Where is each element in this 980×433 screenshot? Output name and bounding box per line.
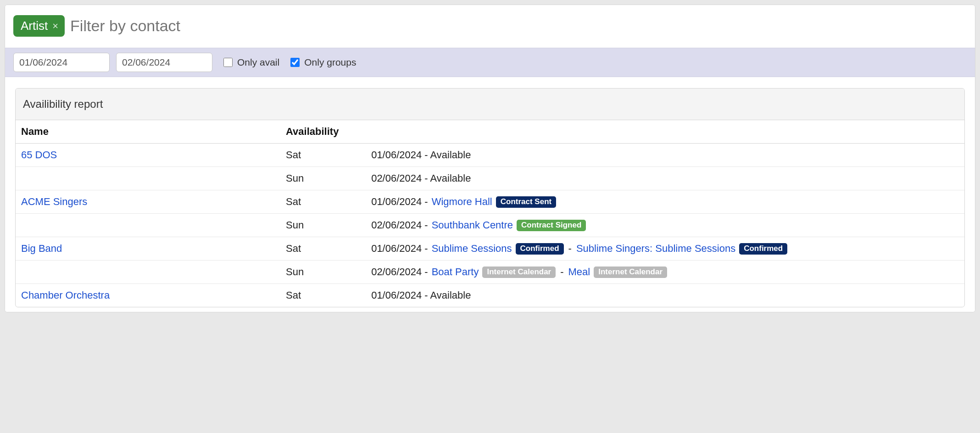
availability-date: 01/06/2024 - Available	[371, 149, 471, 161]
table-row: Sun02/06/2024 - Boat PartyInternet Calen…	[16, 261, 964, 284]
cell-availability: 01/06/2024 - Available	[367, 284, 964, 307]
event-link[interactable]: Boat Party	[432, 266, 479, 278]
availability-date: 01/06/2024 - Available	[371, 289, 471, 301]
cell-day: Sat	[281, 237, 367, 261]
cell-availability: 02/06/2024 - Boat PartyInternet Calendar…	[367, 261, 964, 284]
cell-day: Sun	[281, 214, 367, 237]
only-avail-option[interactable]: Only avail	[223, 57, 279, 68]
cell-name	[16, 214, 281, 237]
table-row: Sun02/06/2024 - Available	[16, 167, 964, 190]
artist-link[interactable]: 65 DOS	[21, 149, 57, 161]
event-link[interactable]: Southbank Centre	[432, 219, 513, 231]
status-badge: Contract Sent	[496, 196, 556, 208]
status-badge: Internet Calendar	[594, 266, 667, 278]
filter-bar: Artist ×	[5, 5, 975, 48]
artist-link[interactable]: ACME Singers	[21, 196, 87, 207]
event-link[interactable]: Meal	[568, 266, 590, 278]
close-icon[interactable]: ×	[52, 21, 58, 31]
availability-report: Availibility report Name Availability 65…	[15, 88, 965, 307]
only-groups-checkbox[interactable]	[290, 58, 300, 67]
cell-name	[16, 261, 281, 284]
event-link[interactable]: Wigmore Hall	[432, 196, 492, 208]
event-link[interactable]: Sublime Sessions	[432, 243, 512, 255]
artist-link[interactable]: Chamber Orchestra	[21, 289, 110, 301]
cell-name: Big Band	[16, 237, 281, 261]
filter-contact-input[interactable]	[70, 17, 967, 35]
availability-date: 02/06/2024 - Available	[371, 172, 471, 184]
table-row: Chamber OrchestraSat01/06/2024 - Availab…	[16, 284, 964, 307]
cell-name: 65 DOS	[16, 144, 281, 167]
cell-name: ACME Singers	[16, 190, 281, 214]
date-to-input[interactable]	[116, 53, 212, 72]
only-avail-label: Only avail	[237, 57, 279, 68]
cell-day: Sun	[281, 167, 367, 190]
filter-tag-artist[interactable]: Artist ×	[13, 15, 65, 37]
column-header-availability: Availability	[281, 120, 964, 144]
column-header-name: Name	[16, 120, 281, 144]
event-link[interactable]: Sublime Singers: Sublime Sessions	[576, 243, 735, 255]
table-row: ACME SingersSat01/06/2024 - Wigmore Hall…	[16, 190, 964, 214]
cell-day: Sun	[281, 261, 367, 284]
cell-availability: 02/06/2024 - Available	[367, 167, 964, 190]
only-groups-label: Only groups	[304, 57, 356, 68]
only-avail-checkbox[interactable]	[223, 58, 233, 67]
date-from-input[interactable]	[13, 53, 110, 72]
cell-day: Sat	[281, 144, 367, 167]
cell-day: Sat	[281, 190, 367, 214]
main-panel: Artist × Only avail Only groups Availibi…	[5, 5, 975, 312]
availability-date: 02/06/2024 -	[371, 266, 428, 278]
table-row: Big BandSat01/06/2024 - Sublime Sessions…	[16, 237, 964, 261]
availability-date: 01/06/2024 -	[371, 243, 428, 255]
report-wrapper: Availibility report Name Availability 65…	[5, 77, 975, 312]
table-row: Sun02/06/2024 - Southbank CentreContract…	[16, 214, 964, 237]
table-row: 65 DOSSat01/06/2024 - Available	[16, 144, 964, 167]
artist-link[interactable]: Big Band	[21, 243, 62, 254]
status-badge: Contract Signed	[517, 220, 586, 231]
cell-name	[16, 167, 281, 190]
filter-tag-label: Artist	[21, 19, 48, 33]
cell-availability: 02/06/2024 - Southbank CentreContract Si…	[367, 214, 964, 237]
cell-availability: 01/06/2024 - Sublime SessionsConfirmed -…	[367, 237, 964, 261]
cell-availability: 01/06/2024 - Wigmore HallContract Sent	[367, 190, 964, 214]
report-title: Availibility report	[16, 89, 964, 120]
cell-name: Chamber Orchestra	[16, 284, 281, 307]
status-badge: Confirmed	[516, 243, 564, 255]
availability-date: 02/06/2024 -	[371, 219, 428, 231]
status-badge: Confirmed	[739, 243, 787, 255]
availability-table: Name Availability 65 DOSSat01/06/2024 - …	[16, 120, 964, 307]
status-badge: Internet Calendar	[482, 266, 556, 278]
separator: -	[559, 266, 564, 278]
cell-day: Sat	[281, 284, 367, 307]
separator: -	[568, 243, 573, 255]
availability-date: 01/06/2024 -	[371, 196, 428, 208]
date-filter-bar: Only avail Only groups	[5, 48, 975, 77]
cell-availability: 01/06/2024 - Available	[367, 144, 964, 167]
only-groups-option[interactable]: Only groups	[290, 57, 356, 68]
